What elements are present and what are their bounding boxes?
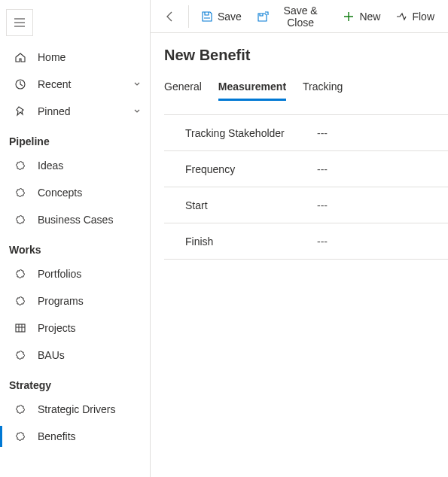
- puzzle-icon: [14, 213, 27, 226]
- nav-item-concepts[interactable]: Concepts: [0, 179, 150, 206]
- field-row-tracking-stakeholder[interactable]: Tracking Stakeholder---: [164, 115, 448, 151]
- puzzle-icon: [14, 159, 27, 172]
- nav-label: Portfolios: [38, 268, 142, 280]
- flow-button[interactable]: Flow: [388, 6, 442, 27]
- nav-label: Concepts: [38, 187, 142, 199]
- hamburger-icon: [14, 17, 26, 29]
- nav-label: Benefits: [38, 430, 142, 442]
- nav-label: Recent: [38, 78, 132, 90]
- save-close-label: Save & Close: [273, 5, 328, 29]
- tab-general[interactable]: General: [164, 76, 202, 101]
- puzzle-icon: [14, 403, 27, 416]
- flow-label: Flow: [412, 11, 434, 23]
- field-label: Start: [185, 199, 317, 211]
- back-button[interactable]: [157, 6, 184, 27]
- pin-icon: [14, 105, 27, 118]
- content-area: New Benefit GeneralMeasurementTracking T…: [151, 33, 448, 477]
- field-value: ---: [317, 127, 328, 139]
- hamburger-button[interactable]: [6, 9, 33, 36]
- field-value: ---: [317, 199, 328, 211]
- flow-icon: [395, 11, 407, 23]
- nav-label: Business Cases: [38, 214, 142, 226]
- home-icon: [14, 50, 27, 64]
- tab-measurement[interactable]: Measurement: [218, 76, 286, 101]
- save-label: Save: [218, 11, 242, 23]
- save-button[interactable]: Save: [194, 6, 249, 27]
- nav-item-programs[interactable]: Programs: [0, 287, 150, 314]
- nav-section-works: Works: [0, 233, 150, 260]
- nav-item-strategic-drivers[interactable]: Strategic Drivers: [0, 396, 150, 423]
- nav-item-ideas[interactable]: Ideas: [0, 152, 150, 179]
- separator: [188, 5, 189, 28]
- nav-section-strategy: Strategy: [0, 369, 150, 396]
- nav-item-portfolios[interactable]: Portfolios: [0, 260, 150, 287]
- puzzle-icon: [14, 430, 27, 443]
- arrow-left-icon: [164, 11, 176, 23]
- field-value: ---: [317, 235, 328, 248]
- field-value: ---: [317, 163, 328, 175]
- field-row-start[interactable]: Start---: [164, 187, 448, 223]
- sidebar: HomeRecentPinned PipelineIdeasConceptsBu…: [0, 0, 151, 477]
- puzzle-icon: [14, 294, 27, 308]
- nav-label: Home: [38, 51, 142, 63]
- nav-item-benefits[interactable]: Benefits: [0, 423, 150, 450]
- plus-icon: [343, 11, 355, 23]
- nav-item-baus[interactable]: BAUs: [0, 342, 150, 369]
- nav-item-home[interactable]: Home: [0, 44, 150, 71]
- nav-item-pinned[interactable]: Pinned: [0, 98, 150, 125]
- puzzle-icon: [14, 186, 27, 199]
- field-label: Frequency: [185, 163, 317, 175]
- main-area: Save Save & Close New Flow New Benefit G…: [151, 0, 448, 477]
- clock-icon: [14, 77, 27, 91]
- nav-item-business-cases[interactable]: Business Cases: [0, 206, 150, 233]
- field-row-frequency[interactable]: Frequency---: [164, 151, 448, 187]
- nav-label: Projects: [38, 322, 142, 334]
- page-title: New Benefit: [164, 47, 448, 64]
- save-icon: [201, 11, 213, 23]
- save-close-button[interactable]: Save & Close: [249, 0, 336, 33]
- puzzle-icon: [14, 267, 27, 281]
- form-section: Tracking Stakeholder---Frequency---Start…: [164, 114, 448, 260]
- tabs: GeneralMeasurementTracking: [164, 76, 448, 101]
- chevron-down-icon: [132, 79, 142, 90]
- puzzle-icon: [14, 348, 27, 362]
- command-bar: Save Save & Close New Flow: [151, 0, 448, 33]
- nav-label: Ideas: [38, 160, 142, 172]
- field-row-finish[interactable]: Finish---: [164, 223, 448, 260]
- nav-label: Programs: [38, 295, 142, 307]
- field-label: Finish: [185, 235, 317, 248]
- chevron-down-icon: [132, 106, 142, 117]
- nav-item-projects[interactable]: Projects: [0, 314, 150, 342]
- nav-label: Pinned: [38, 105, 132, 117]
- nav-item-recent[interactable]: Recent: [0, 71, 150, 98]
- nav-label: Strategic Drivers: [38, 403, 142, 415]
- new-label: New: [359, 11, 380, 23]
- tab-tracking[interactable]: Tracking: [303, 76, 343, 101]
- save-close-icon: [257, 11, 269, 23]
- nav-section-pipeline: Pipeline: [0, 125, 150, 152]
- field-label: Tracking Stakeholder: [185, 127, 317, 139]
- new-button[interactable]: New: [335, 6, 388, 27]
- svg-rect-1: [16, 324, 25, 332]
- grid-icon: [14, 321, 27, 335]
- nav-label: BAUs: [38, 349, 142, 361]
